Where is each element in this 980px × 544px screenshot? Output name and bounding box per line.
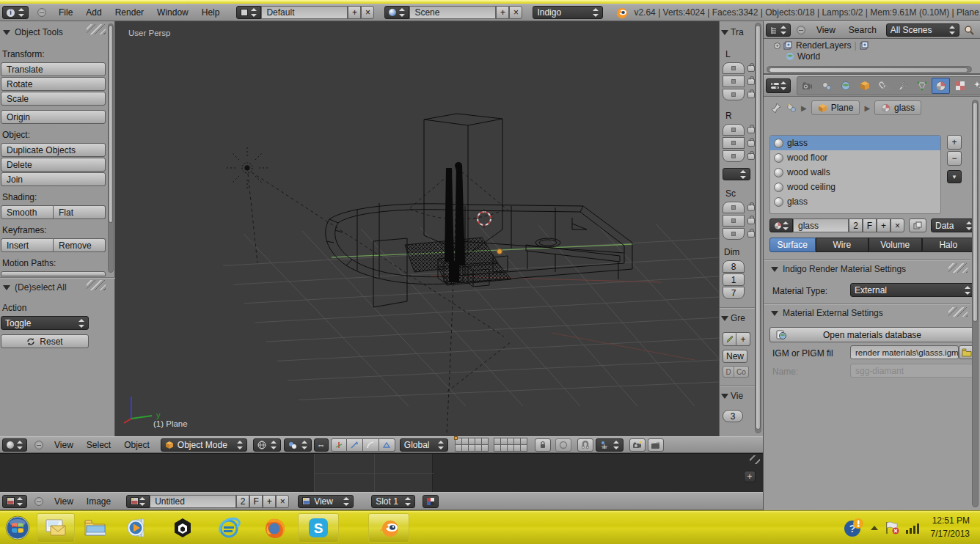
render-mode-surface[interactable]: Surface: [769, 238, 816, 252]
taskbar-app-unity[interactable]: [160, 513, 205, 543]
tool-shelf-scrollbar-track[interactable]: [108, 23, 114, 273]
loc-y-slider[interactable]: [723, 76, 745, 87]
snap-toggle-button[interactable]: [577, 438, 593, 452]
material-fake-user-button[interactable]: F: [863, 218, 877, 232]
grease-co-button[interactable]: Co: [734, 366, 749, 378]
layer-buttons-group-1[interactable]: [456, 438, 489, 452]
grease-add-button[interactable]: +: [736, 332, 750, 346]
mode-select[interactable]: Object Mode: [161, 438, 247, 452]
collapse-menus-icon[interactable]: [34, 441, 43, 449]
translate-button[interactable]: Translate: [1, 62, 106, 76]
editor-type-button-properties[interactable]: [766, 78, 791, 93]
panel-collapse-icon[interactable]: [721, 316, 728, 321]
area-corner-grip[interactable]: [750, 455, 760, 464]
image-fake-user-button[interactable]: F: [249, 495, 263, 508]
menu-window[interactable]: Window: [150, 7, 195, 18]
panel-grip[interactable]: [948, 307, 968, 317]
editor-type-button-image[interactable]: [2, 495, 27, 508]
orientation-select[interactable]: Global: [400, 438, 448, 452]
slot-specials-button[interactable]: ▼: [947, 170, 962, 183]
tray-clock[interactable]: 12:51 PM 7/17/2013: [931, 515, 970, 540]
link-mode-select[interactable]: Data: [931, 218, 976, 232]
igm-file-field[interactable]: render materials\glasss.igm: [850, 345, 959, 359]
taskbar-app-blender[interactable]: [368, 513, 409, 543]
material-name-field[interactable]: glass: [793, 218, 849, 232]
manipulator-arc-button[interactable]: [363, 438, 379, 452]
snap-element-select[interactable]: [596, 438, 624, 452]
rotation-mode-select[interactable]: [723, 168, 750, 180]
viewport-scrollbar-track[interactable]: [755, 23, 761, 433]
add-button-small[interactable]: +: [744, 471, 756, 482]
image-editor-area[interactable]: +: [0, 453, 763, 492]
panel-grip[interactable]: [87, 280, 106, 290]
origin-button[interactable]: Origin: [1, 110, 106, 124]
material-slot-row[interactable]: wood walls: [770, 165, 940, 180]
screen-name-field[interactable]: Default: [261, 6, 348, 19]
dim-y-field[interactable]: 1: [723, 273, 745, 286]
material-slot-row[interactable]: wood ceiling: [770, 180, 940, 194]
taskbar-app-media-player[interactable]: [116, 513, 160, 543]
remove-keyframe-button[interactable]: Remove: [54, 238, 106, 252]
scene-icon-button[interactable]: [384, 6, 409, 19]
opengl-render-button[interactable]: [629, 438, 646, 452]
action-toggle-select[interactable]: Toggle: [1, 316, 89, 330]
panel-collapse-icon[interactable]: [3, 30, 10, 35]
lock-icon[interactable]: [747, 92, 755, 98]
screen-add-button[interactable]: +: [348, 6, 361, 19]
manipulator-toggle-button[interactable]: ⇔: [314, 438, 329, 452]
menu-search[interactable]: Search: [842, 25, 883, 35]
tab-world[interactable]: [836, 78, 855, 94]
lock-icon[interactable]: [747, 218, 755, 224]
material-slot-row[interactable]: glass: [770, 194, 940, 209]
lock-to-scene-button[interactable]: [535, 438, 551, 452]
slot-add-button[interactable]: +: [947, 135, 962, 150]
tab-modifiers[interactable]: [893, 78, 912, 94]
rot-z-slider[interactable]: [723, 150, 745, 162]
smooth-button[interactable]: Smooth: [1, 205, 54, 219]
screen-close-button[interactable]: ×: [361, 6, 374, 19]
render-mode-volume[interactable]: Volume: [869, 238, 922, 252]
viewport-3d[interactable]: y User Persp (1) Plane: [115, 21, 719, 436]
rot-x-slider[interactable]: [723, 124, 745, 136]
panel-collapse-icon[interactable]: [771, 311, 778, 316]
breadcrumb-object-button[interactable]: Plane: [811, 100, 860, 115]
editor-type-button-3dview[interactable]: [2, 438, 27, 452]
tab-render[interactable]: [798, 78, 816, 94]
render-engine-select[interactable]: Indigo: [533, 6, 603, 19]
menu-file[interactable]: File: [52, 7, 79, 18]
help-alert-tray-icon[interactable]: ?: [843, 517, 865, 539]
manipulator-translate-button[interactable]: [331, 438, 347, 452]
material-browse-button[interactable]: [769, 218, 793, 232]
object-origin-dot[interactable]: [497, 249, 502, 254]
image-users-button[interactable]: 2: [236, 495, 249, 508]
slot-remove-button[interactable]: −: [947, 151, 962, 166]
game-checker-button[interactable]: [423, 495, 439, 508]
lock-icon[interactable]: [747, 65, 755, 72]
panel-grip[interactable]: [948, 263, 968, 273]
lock-icon[interactable]: [747, 205, 755, 211]
editor-type-button-outliner[interactable]: [766, 23, 791, 37]
taskbar-app-skype[interactable]: S: [298, 513, 339, 543]
layer-buttons-group-2[interactable]: [494, 438, 527, 452]
panel-collapse-icon[interactable]: [771, 267, 778, 272]
editor-type-button-info[interactable]: i: [2, 6, 29, 19]
flat-button[interactable]: Flat: [54, 205, 106, 219]
image-datablock-icon-button[interactable]: [126, 495, 150, 508]
viewport-scrollbar-thumb[interactable]: [756, 25, 761, 430]
outliner-hscrollbar-track[interactable]: [767, 66, 972, 73]
pivot-point-select[interactable]: [284, 438, 312, 452]
action-center-flag-icon[interactable]: [884, 521, 900, 535]
menu-view[interactable]: View: [48, 440, 80, 450]
expand-icon[interactable]: +: [774, 43, 780, 49]
lock-icon[interactable]: [747, 127, 755, 133]
grease-d-button[interactable]: D: [723, 366, 734, 378]
menu-image[interactable]: Image: [80, 496, 117, 507]
panel-grip[interactable]: [87, 24, 106, 34]
network-signal-icon[interactable]: [904, 521, 922, 535]
taskbar-app-explorer[interactable]: [75, 513, 116, 543]
grease-new-button[interactable]: New: [723, 350, 747, 363]
loc-z-slider[interactable]: [723, 89, 745, 100]
scale-x-slider[interactable]: [723, 202, 745, 213]
tab-particles[interactable]: [970, 78, 980, 94]
tab-scene[interactable]: [817, 78, 835, 94]
